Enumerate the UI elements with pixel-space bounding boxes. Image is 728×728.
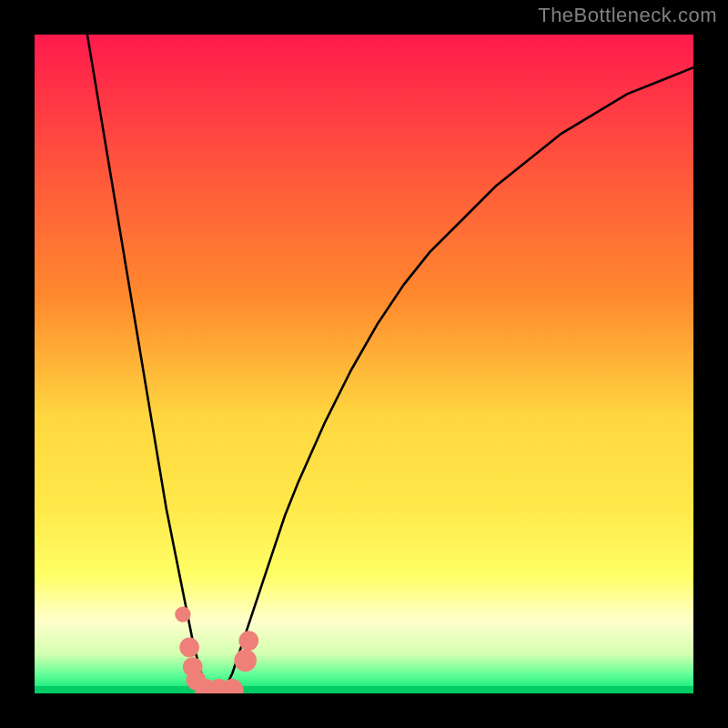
highlight-dot <box>238 631 258 651</box>
chart-svg <box>35 35 693 693</box>
highlight-dot <box>175 606 190 622</box>
plot-area <box>35 35 693 693</box>
highlight-dot <box>234 649 257 672</box>
baseline-band <box>35 686 693 693</box>
chart-frame: TheBottleneck.com <box>0 0 728 728</box>
watermark-text: TheBottleneck.com <box>538 4 717 27</box>
gradient-background <box>35 35 693 693</box>
highlight-dot <box>179 637 199 657</box>
